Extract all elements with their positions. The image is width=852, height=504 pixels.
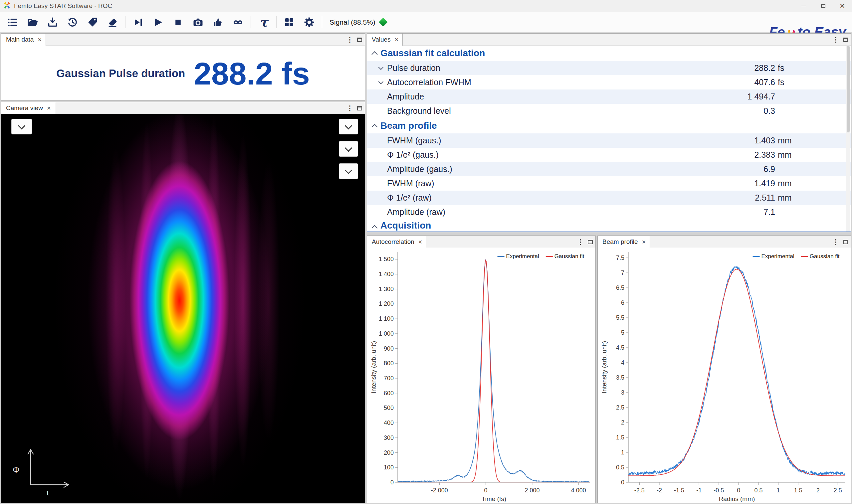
tree-row[interactable]: Φ 1/e² (raw)2.511mm bbox=[367, 191, 851, 205]
panel-menu-icon[interactable]: ⋮ bbox=[347, 105, 353, 111]
autocorrelation-chart[interactable]: -2 00002 0004 00001002003004005006007008… bbox=[367, 248, 596, 503]
x-tick-label: 0 bbox=[737, 487, 740, 494]
tree-row[interactable]: Autocorrelation FWHM407.6fs bbox=[367, 75, 851, 89]
tab-values[interactable]: Values × bbox=[367, 34, 403, 46]
maximize-button[interactable] bbox=[813, 0, 833, 12]
y-tick-label: 5.5 bbox=[616, 314, 624, 321]
camera-icon bbox=[192, 16, 204, 28]
eraser-button[interactable] bbox=[104, 13, 122, 31]
y-tick-label: 3 bbox=[621, 389, 624, 396]
y-tick-label: 0 bbox=[621, 479, 624, 486]
tree-row[interactable]: Φ 1/e² (gaus.)2.383mm bbox=[367, 148, 851, 162]
close-button[interactable]: ✕ bbox=[833, 0, 852, 12]
float-panel-icon[interactable] bbox=[843, 38, 848, 42]
legend-label: Gaussian fit bbox=[554, 253, 584, 259]
row-unit: mm bbox=[778, 179, 797, 188]
loop-infinite-button[interactable] bbox=[229, 13, 247, 31]
collapse-icon[interactable] bbox=[371, 225, 377, 231]
thumbs-up-button[interactable] bbox=[209, 13, 227, 31]
row-unit: fs bbox=[778, 63, 797, 73]
tab-autocorrelation[interactable]: Autocorrelation × bbox=[367, 236, 426, 248]
main-data-tabbar: Main data × ⋮ bbox=[1, 34, 365, 46]
float-panel-icon[interactable] bbox=[357, 38, 362, 42]
section-header[interactable]: Acquisition bbox=[367, 219, 851, 232]
camera-dropdown-right-1[interactable] bbox=[339, 119, 358, 134]
close-tab-icon[interactable]: × bbox=[47, 105, 51, 111]
expand-icon[interactable] bbox=[378, 79, 384, 85]
tau-pulse-button[interactable]: τ bbox=[254, 13, 272, 31]
panel-menu-icon[interactable]: ⋮ bbox=[347, 36, 353, 43]
tab-camera-view[interactable]: Camera view × bbox=[1, 102, 55, 114]
camera-dropdown-left[interactable] bbox=[11, 119, 32, 134]
section-header[interactable]: Beam profile bbox=[367, 118, 851, 133]
workspace: Main data × ⋮ Gaussian Pulse duration 28… bbox=[0, 33, 852, 504]
autocorrelation-panel: Autocorrelation × ⋮ -2 00002 0004 000010… bbox=[367, 236, 596, 503]
menu-button[interactable] bbox=[4, 13, 22, 31]
tree-row[interactable]: Amplitude (raw)7.1 bbox=[367, 205, 851, 219]
row-value: 2.511 bbox=[755, 193, 775, 203]
autocorrelation-tabbar: Autocorrelation × ⋮ bbox=[367, 236, 596, 248]
y-tick-label: 1 500 bbox=[379, 256, 394, 263]
row-value: 6.9 bbox=[763, 164, 775, 174]
minimize-button[interactable] bbox=[794, 0, 813, 12]
chart-svg: -2 00002 0004 00001002003004005006007008… bbox=[367, 248, 596, 503]
history-button[interactable] bbox=[64, 13, 82, 31]
close-tab-icon[interactable]: × bbox=[38, 36, 41, 43]
eraser-icon bbox=[107, 17, 118, 28]
close-tab-icon[interactable]: × bbox=[642, 238, 646, 245]
row-label: FWHM (raw) bbox=[387, 179, 434, 188]
panel-menu-icon[interactable]: ⋮ bbox=[832, 36, 839, 43]
import-button[interactable] bbox=[43, 13, 61, 31]
close-tab-icon[interactable]: × bbox=[418, 238, 422, 245]
tab-beam-profile[interactable]: Beam profile × bbox=[598, 236, 650, 248]
panel-tools: ⋮ bbox=[832, 34, 848, 46]
camera-view-tabbar: Camera view × ⋮ bbox=[1, 102, 365, 114]
x-tick-label: -2 bbox=[657, 487, 662, 494]
camera-dropdown-right-3[interactable] bbox=[339, 163, 358, 179]
collapse-icon[interactable] bbox=[371, 51, 377, 57]
camera-view-content: Φ τ bbox=[1, 114, 365, 503]
title-bar: Femto Easy STAR Software - ROC ✕ bbox=[0, 0, 852, 12]
import-icon bbox=[47, 17, 58, 28]
settings-button[interactable] bbox=[300, 13, 318, 31]
values-scrollbar[interactable] bbox=[846, 46, 850, 232]
chevron-down-icon bbox=[345, 144, 352, 152]
float-panel-icon[interactable] bbox=[843, 240, 848, 244]
scrollbar-thumb[interactable] bbox=[847, 46, 850, 132]
main-data-content: Gaussian Pulse duration 288.2 fs bbox=[1, 46, 365, 104]
float-panel-icon[interactable] bbox=[357, 106, 362, 110]
tree-row[interactable]: Pulse duration288.2fs bbox=[367, 61, 851, 75]
expand-icon[interactable] bbox=[378, 65, 384, 70]
app-icon bbox=[3, 2, 11, 10]
panel-menu-icon[interactable]: ⋮ bbox=[832, 238, 839, 245]
x-tick-label: 2 000 bbox=[525, 487, 539, 494]
tree-row[interactable]: FWHM (raw)1.419mm bbox=[367, 176, 851, 191]
panel-menu-icon[interactable]: ⋮ bbox=[577, 238, 584, 245]
tags-button[interactable] bbox=[84, 13, 102, 31]
camera-dropdown-right-2[interactable] bbox=[339, 141, 358, 157]
tree-row[interactable]: Background level0.3 bbox=[367, 104, 851, 118]
grid-icon bbox=[284, 17, 295, 28]
layout-grid-button[interactable] bbox=[280, 13, 298, 31]
open-file-button[interactable] bbox=[24, 13, 41, 31]
close-tab-icon[interactable]: × bbox=[395, 36, 399, 43]
tree-row[interactable]: FWHM (gaus.)1.403mm bbox=[367, 133, 851, 148]
float-panel-icon[interactable] bbox=[588, 240, 593, 244]
stop-button[interactable] bbox=[169, 13, 187, 31]
x-tick-label: 4 000 bbox=[571, 487, 586, 494]
y-tick-label: 400 bbox=[384, 419, 394, 426]
tab-main-data[interactable]: Main data × bbox=[1, 34, 46, 46]
section-header[interactable]: Gaussian fit calculation bbox=[367, 46, 851, 61]
camera-capture-button[interactable] bbox=[189, 13, 207, 31]
minimize-icon bbox=[801, 6, 806, 6]
beam-profile-chart[interactable]: -2.5-2-1.5-1-0.500.511.522.500.511.522.5… bbox=[598, 248, 851, 503]
tree-row[interactable]: Amplitude (gaus.)6.9 bbox=[367, 162, 851, 176]
signal-status-icon bbox=[379, 18, 388, 26]
play-button[interactable] bbox=[149, 13, 167, 31]
y-tick-label: 5 bbox=[621, 329, 624, 336]
y-tick-label: 1.5 bbox=[616, 434, 624, 441]
chevron-down-icon bbox=[18, 122, 25, 129]
tree-row[interactable]: Amplitude1 494.7 bbox=[367, 89, 851, 104]
collapse-icon[interactable] bbox=[371, 124, 377, 130]
step-forward-button[interactable] bbox=[129, 13, 147, 31]
